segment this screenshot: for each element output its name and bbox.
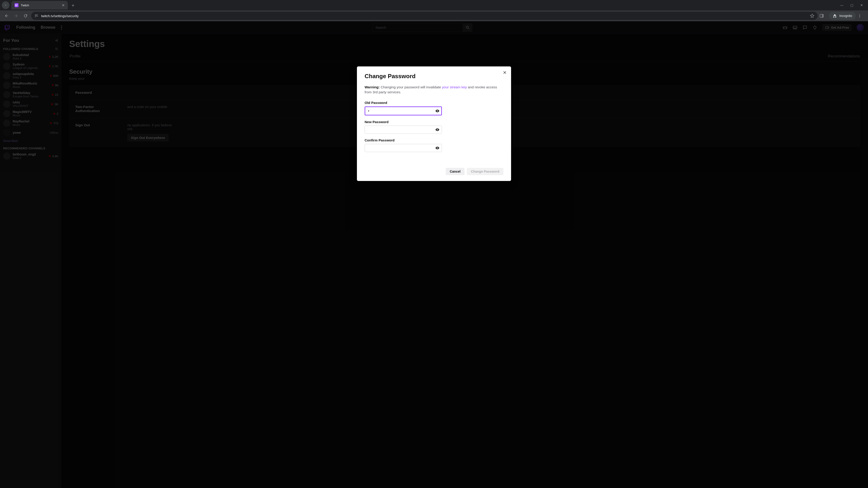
window-controls: ― ▢ ✕ bbox=[840, 3, 866, 7]
browser-menu-button[interactable] bbox=[858, 14, 865, 18]
cancel-button[interactable]: Cancel bbox=[446, 168, 465, 175]
browser-toolbar: twitch.tv/settings/security Incognito bbox=[0, 10, 868, 21]
window-minimize-button[interactable]: ― bbox=[840, 3, 844, 7]
svg-point-4 bbox=[860, 17, 860, 18]
browser-tab[interactable]: Twitch ✕ bbox=[11, 1, 68, 9]
modal-close-button[interactable] bbox=[503, 70, 507, 74]
incognito-icon bbox=[833, 13, 837, 18]
browser-tab-title: Twitch bbox=[21, 4, 59, 7]
bookmark-button[interactable] bbox=[810, 13, 814, 18]
eye-icon bbox=[435, 109, 440, 113]
change-password-modal: Change Password Warning: Changing your p… bbox=[357, 66, 511, 181]
arrow-left-icon bbox=[4, 13, 9, 18]
close-icon bbox=[503, 70, 507, 74]
back-button[interactable] bbox=[3, 12, 10, 20]
toggle-old-password-visibility[interactable] bbox=[435, 109, 440, 113]
twitch-favicon-icon bbox=[14, 3, 19, 7]
chevron-down-icon bbox=[4, 4, 7, 7]
toggle-confirm-password-visibility[interactable] bbox=[435, 146, 440, 150]
old-password-label: Old Password bbox=[365, 101, 503, 105]
confirm-password-input[interactable] bbox=[365, 144, 442, 152]
modal-title: Change Password bbox=[365, 73, 503, 80]
reload-icon bbox=[23, 13, 28, 18]
site-info-button[interactable] bbox=[34, 14, 38, 18]
window-close-button[interactable]: ✕ bbox=[860, 3, 864, 7]
new-password-input[interactable] bbox=[365, 126, 442, 134]
tab-close-button[interactable]: ✕ bbox=[62, 3, 65, 7]
tabs-dropdown-button[interactable] bbox=[2, 1, 9, 9]
tune-icon bbox=[34, 14, 38, 18]
incognito-indicator[interactable]: Incognito bbox=[829, 12, 856, 20]
stream-key-link[interactable]: your stream key bbox=[442, 85, 467, 89]
eye-icon bbox=[435, 127, 440, 132]
incognito-label: Incognito bbox=[839, 14, 852, 18]
modal-overlay[interactable]: Change Password Warning: Changing your p… bbox=[0, 21, 868, 488]
star-icon bbox=[810, 13, 814, 18]
svg-rect-1 bbox=[822, 14, 824, 17]
change-password-submit-button[interactable]: Change Password bbox=[467, 168, 503, 175]
kebab-icon bbox=[858, 14, 862, 18]
reload-button[interactable] bbox=[22, 12, 29, 20]
svg-point-2 bbox=[860, 14, 860, 15]
url-text: twitch.tv/settings/security bbox=[41, 14, 807, 18]
toggle-new-password-visibility[interactable] bbox=[435, 127, 440, 132]
modal-warning: Warning: Changing your password will inv… bbox=[365, 85, 503, 95]
eye-icon bbox=[435, 146, 440, 150]
side-panel-button[interactable] bbox=[819, 13, 827, 18]
window-maximize-button[interactable]: ▢ bbox=[850, 3, 854, 7]
browser-tab-strip: Twitch ✕ ＋ ― ▢ ✕ bbox=[0, 0, 868, 10]
old-password-input[interactable] bbox=[365, 106, 442, 116]
new-tab-button[interactable]: ＋ bbox=[70, 2, 76, 8]
confirm-password-label: Confirm Password bbox=[365, 138, 503, 142]
forward-button[interactable] bbox=[12, 12, 20, 20]
svg-point-3 bbox=[860, 15, 860, 16]
panel-icon bbox=[819, 13, 824, 18]
address-bar[interactable]: twitch.tv/settings/security bbox=[31, 12, 817, 20]
arrow-right-icon bbox=[14, 13, 18, 18]
new-password-label: New Password bbox=[365, 120, 503, 124]
